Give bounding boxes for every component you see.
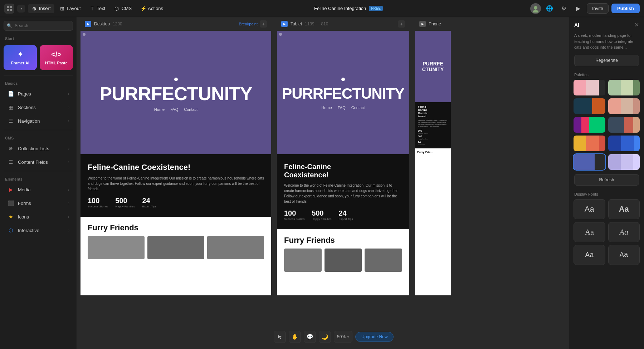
- phone-viewport[interactable]: PURRFECTUNITY Feline-CanineCoexistence! …: [415, 31, 451, 295]
- desktop-site-content: PURRFECTUNITY Home FAQ Contact Feline-Ca…: [80, 31, 271, 295]
- basics-label: Basics: [0, 78, 77, 87]
- palette-item-5[interactable]: [574, 117, 605, 133]
- palette-item-10[interactable]: [608, 154, 640, 170]
- html-paste-card[interactable]: </> HTML Paste: [40, 45, 73, 70]
- phone-section1: Feline-CanineCoexistence! Welcome to the…: [415, 102, 451, 148]
- insert-icon: ⊕: [31, 6, 37, 11]
- sidebar-item-interactive[interactable]: ⬡ Interactive ›: [2, 224, 74, 237]
- collection-lists-icon: ⊕: [7, 145, 14, 152]
- palette-item-6[interactable]: [608, 117, 640, 133]
- cms-icon: ⬡: [114, 6, 119, 11]
- sidebar-item-sections[interactable]: ▦ Sections ›: [2, 101, 74, 114]
- globe-icon-btn[interactable]: 🌐: [544, 3, 555, 14]
- tablet-section1-text: Welcome to the world of Feline-Canine In…: [284, 183, 402, 204]
- cms-section-label: CMS: [0, 132, 77, 142]
- select-tool-btn[interactable]: [274, 331, 286, 343]
- tablet-viewport[interactable]: PURRFECTUNITY Home FAQ Contact Feline-Ca…: [277, 31, 409, 295]
- font-item-4[interactable]: Aa: [608, 222, 640, 242]
- insert-btn[interactable]: ⊕ Insert: [28, 4, 54, 13]
- canvas-frames: ▶ Desktop 1200 Breakpoint + PURRFECTUNIT…: [77, 17, 569, 349]
- cms-btn[interactable]: ⬡ CMS: [110, 4, 135, 13]
- zoom-control[interactable]: 50% ▾: [334, 331, 352, 343]
- search-container: 🔍: [4, 21, 73, 31]
- framer-ai-icon: ✦: [17, 50, 23, 59]
- theme-toggle-btn[interactable]: 🌙: [319, 331, 331, 343]
- ai-regenerate-btn[interactable]: Regenerate: [574, 55, 639, 66]
- phone-stat-2-label: Happy Families: [418, 138, 448, 140]
- sidebar-item-content-fields[interactable]: ☰ Content Fields ›: [2, 156, 74, 168]
- avatar[interactable]: [530, 3, 541, 14]
- font-item-2[interactable]: Aa: [608, 199, 640, 219]
- phone-frame-header: ▶ Phone: [415, 17, 451, 31]
- zoom-chevron-icon: ▾: [347, 334, 349, 339]
- tablet-section1: Feline-CanineCoexistence! Welcome to the…: [277, 154, 409, 229]
- sidebar-item-collection-lists[interactable]: ⊕ Collection Lists ›: [2, 142, 74, 155]
- framer-ai-card[interactable]: ✦ Framer AI: [4, 45, 37, 70]
- tablet-frame-header: ▶ Tablet 1199 — 810 +: [277, 17, 409, 31]
- invite-btn[interactable]: Invite: [587, 3, 609, 14]
- tablet-play-btn[interactable]: ▶: [281, 21, 288, 27]
- settings-icon-btn[interactable]: ⚙: [558, 3, 570, 14]
- palette-item-7[interactable]: [574, 136, 605, 151]
- desktop-stat-1: 100 Success Stories: [88, 197, 108, 208]
- play-icon-btn[interactable]: ▶: [572, 3, 584, 14]
- ai-close-btn[interactable]: ✕: [634, 21, 639, 28]
- font-item-5[interactable]: Aa: [574, 245, 605, 265]
- palette-item-1[interactable]: [574, 80, 605, 95]
- desktop-add-breakpoint-btn[interactable]: +: [260, 20, 267, 28]
- sidebar-item-media[interactable]: ▶ Media ›: [2, 183, 74, 196]
- palette-item-4[interactable]: [608, 98, 640, 114]
- interactive-arrow-icon: ›: [68, 228, 69, 232]
- navigation-icon: ☰: [7, 117, 14, 124]
- desktop-play-btn[interactable]: ▶: [85, 21, 91, 27]
- dropdown-btn[interactable]: ▾: [17, 5, 25, 13]
- svg-point-4: [534, 6, 537, 10]
- tablet-furry-img-3: [365, 249, 402, 272]
- sidebar-item-pages[interactable]: 📄 Pages ›: [2, 87, 74, 100]
- sidebar-item-forms[interactable]: ⬛ Forms ›: [2, 197, 74, 210]
- tablet-furry-images: [284, 249, 402, 272]
- palette-grid: [569, 80, 644, 174]
- font-item-6[interactable]: Aa: [608, 245, 640, 265]
- tablet-corner-dot: [279, 33, 282, 36]
- layout-btn[interactable]: ⊞ Layout: [56, 4, 84, 13]
- comment-tool-btn[interactable]: 💬: [304, 331, 316, 343]
- search-icon: 🔍: [7, 23, 12, 28]
- tablet-hero: PURRFECTUNITY Home FAQ Contact: [277, 31, 409, 154]
- palette-item-2[interactable]: [608, 80, 640, 95]
- tablet-stat-3: 24 Expert Tips: [339, 209, 353, 221]
- logo-btn[interactable]: [4, 4, 14, 14]
- actions-btn[interactable]: ⚡ Actions: [137, 4, 167, 13]
- text-btn[interactable]: T Text: [86, 4, 109, 13]
- pan-tool-btn[interactable]: ✋: [289, 331, 301, 343]
- publish-btn[interactable]: Publish: [611, 4, 640, 13]
- sidebar-item-icons[interactable]: ★ Icons ›: [2, 210, 74, 223]
- tablet-add-breakpoint-btn[interactable]: +: [398, 20, 405, 28]
- phone-play-btn[interactable]: ▶: [419, 21, 426, 27]
- pages-icon: 📄: [7, 90, 14, 97]
- phone-site-content: PURRFECTUNITY Feline-CanineCoexistence! …: [415, 31, 451, 295]
- desktop-section1-title: Feline-Canine Coexistence!: [88, 163, 264, 172]
- desktop-hero-nav: Home FAQ Contact: [154, 107, 197, 112]
- upgrade-btn[interactable]: Upgrade Now: [355, 332, 394, 342]
- palette-item-9[interactable]: [574, 154, 605, 170]
- content-fields-icon: ☰: [7, 158, 14, 166]
- search-input[interactable]: [4, 21, 73, 31]
- ai-refresh-btn[interactable]: Refresh: [574, 174, 639, 186]
- font-item-3[interactable]: Aa: [574, 222, 605, 242]
- desktop-viewport[interactable]: PURRFECTUNITY Home FAQ Contact Feline-Ca…: [80, 31, 271, 295]
- palette-item-3[interactable]: [574, 98, 605, 114]
- svg-rect-3: [10, 9, 12, 11]
- desktop-corner-dot: [83, 33, 86, 36]
- ai-description: A sleek, modern landing page for teachin…: [569, 31, 644, 55]
- phone-section1-text: Welcome to the Feline-Canine I... Our mi…: [418, 119, 448, 127]
- left-sidebar: 🔍 Start ✦ Framer AI </> HTML Paste Basic…: [0, 17, 77, 349]
- svg-point-5: [533, 10, 538, 13]
- sections-arrow-icon: ›: [68, 105, 69, 109]
- interactive-icon: ⬡: [7, 227, 14, 234]
- desktop-hero: PURRFECTUNITY Home FAQ Contact: [80, 31, 271, 154]
- palette-item-8[interactable]: [608, 136, 640, 151]
- sidebar-item-navigation[interactable]: ☰ Navigation ›: [2, 114, 74, 127]
- font-item-1[interactable]: Aa: [574, 199, 605, 219]
- phone-furry-section: Furry Frie...: [415, 148, 451, 157]
